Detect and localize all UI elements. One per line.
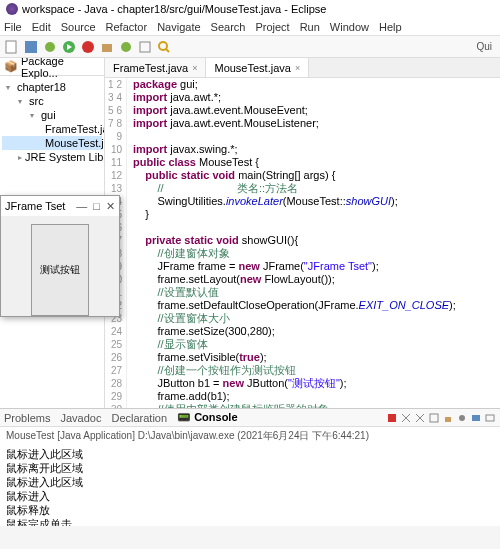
test-button[interactable]: 测试按钮 [31,224,89,316]
minimize-icon[interactable]: — [76,200,87,213]
display-icon[interactable] [470,412,482,424]
menu-refactor[interactable]: Refactor [106,18,148,35]
menu-window[interactable]: Window [330,18,369,35]
popup-title-text: JFrame Tset [5,200,65,212]
close-tab-icon[interactable]: × [192,63,197,73]
main-toolbar: Qui [0,36,500,58]
svg-point-2 [45,42,55,52]
debug-icon[interactable] [42,39,58,55]
svg-line-10 [166,49,169,52]
maximize-icon[interactable]: □ [93,200,100,213]
bottom-tab-console[interactable]: 📟 Console [177,411,237,424]
package-icon: 📦 [4,60,18,73]
svg-rect-8 [140,42,150,52]
run-ext-icon[interactable] [80,39,96,55]
menu-bar: FileEditSourceRefactorNavigateSearchProj… [0,18,500,36]
svg-point-18 [459,415,465,421]
editor-tab[interactable]: FrameTest.java× [105,58,206,77]
bottom-tabs: ProblemsJavadocDeclaration📟 Console [0,409,500,427]
editor-tabs: FrameTest.java×MouseTest.java× [105,58,500,78]
run-icon[interactable] [61,39,77,55]
svg-rect-19 [472,415,480,421]
console-launch-info: MouseTest [Java Application] D:\Java\bin… [0,427,500,445]
package-icon[interactable] [99,39,115,55]
svg-rect-1 [25,41,37,53]
view-header: 📦 Package Explo... [0,58,104,76]
menu-file[interactable]: File [4,18,22,35]
search-icon[interactable] [156,39,172,55]
menu-run[interactable]: Run [300,18,320,35]
popup-body: 测试按钮 [1,216,119,316]
menu-source[interactable]: Source [61,18,96,35]
open-console-icon[interactable] [484,412,496,424]
menu-project[interactable]: Project [255,18,289,35]
menu-search[interactable]: Search [211,18,246,35]
editor-area: FrameTest.java×MouseTest.java× 1 2 3 4 5… [105,58,500,408]
open-type-icon[interactable] [137,39,153,55]
view-title: Package Explo... [21,58,100,79]
svg-point-5 [82,41,94,53]
close-icon[interactable]: ✕ [106,200,115,213]
svg-rect-17 [445,417,451,422]
quick-access[interactable]: Qui [476,41,496,52]
remove-all-icon[interactable] [414,412,426,424]
svg-rect-11 [388,414,396,422]
new-icon[interactable] [4,39,20,55]
terminate-icon[interactable] [386,412,398,424]
console-toolbar [386,412,496,424]
tree-item[interactable]: ▾src [2,94,102,108]
menu-edit[interactable]: Edit [32,18,51,35]
bottom-tab-problems[interactable]: Problems [4,411,50,424]
scroll-lock-icon[interactable] [442,412,454,424]
close-tab-icon[interactable]: × [295,63,300,73]
svg-rect-20 [486,415,494,421]
tree-item[interactable]: ▸JRE System Library [ [2,150,102,164]
bottom-panel: ProblemsJavadocDeclaration📟 Console Mous… [0,408,500,526]
svg-rect-16 [430,414,438,422]
window-title: workspace - Java - chapter18/src/gui/Mou… [22,3,326,15]
remove-icon[interactable] [400,412,412,424]
bottom-tab-javadoc[interactable]: Javadoc [60,411,101,424]
svg-point-7 [121,42,131,52]
project-tree[interactable]: ▾chapter18▾src▾gui FrameTest.java MouseT… [0,76,104,168]
tree-item[interactable]: ▾chapter18 [2,80,102,94]
window-titlebar: workspace - Java - chapter18/src/gui/Mou… [0,0,500,18]
tree-item[interactable]: FrameTest.java [2,122,102,136]
svg-point-9 [159,42,167,50]
jframe-popup-window: JFrame Tset — □ ✕ 测试按钮 [0,195,120,317]
menu-navigate[interactable]: Navigate [157,18,200,35]
code-lines[interactable]: package gui;import java.awt.*;import jav… [127,78,500,408]
code-editor[interactable]: 1 2 3 4 5 6 7 8 9 10 11 12 13 14 15 16 1… [105,78,500,408]
editor-tab[interactable]: MouseTest.java× [206,58,309,77]
save-icon[interactable] [23,39,39,55]
bottom-tab-declaration[interactable]: Declaration [111,411,167,424]
svg-rect-6 [102,44,112,52]
svg-rect-0 [6,41,16,53]
pin-icon[interactable] [456,412,468,424]
eclipse-icon [6,3,18,15]
menu-help[interactable]: Help [379,18,402,35]
tree-item[interactable]: ▾gui [2,108,102,122]
popup-titlebar[interactable]: JFrame Tset — □ ✕ [1,196,119,216]
tree-item[interactable]: MouseTest.java [2,136,102,150]
clear-icon[interactable] [428,412,440,424]
console-output[interactable]: 鼠标进入此区域鼠标离开此区域鼠标进入此区域鼠标进入鼠标释放鼠标完成单击鼠标按下鼠… [0,445,500,526]
class-icon[interactable] [118,39,134,55]
